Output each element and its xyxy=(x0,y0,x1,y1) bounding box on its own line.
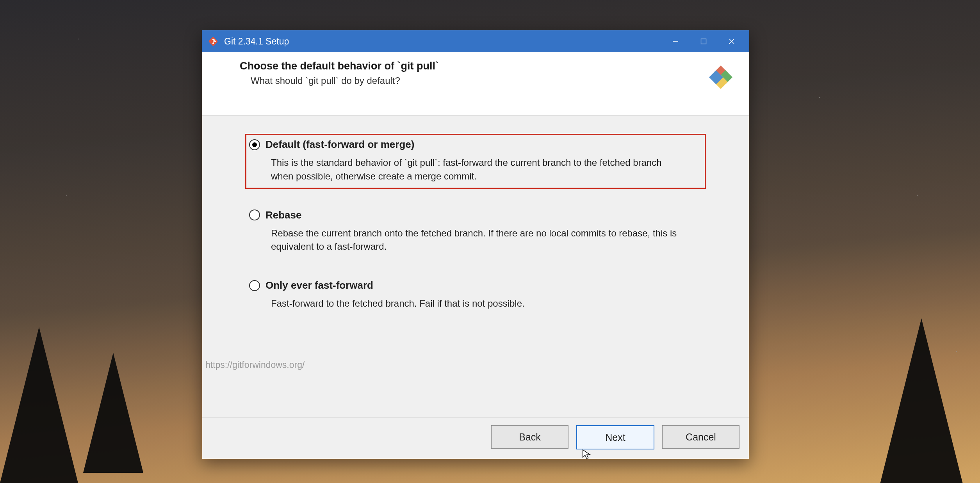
mouse-cursor-icon xyxy=(582,449,593,460)
option-description: Fast-forward to the fetched branch. Fail… xyxy=(271,297,677,311)
maximize-button[interactable] xyxy=(690,30,718,52)
pull-option-0: Default (fast-forward or merge)This is t… xyxy=(245,134,706,189)
button-row: Back Next Cancel xyxy=(202,417,749,459)
radio-option-1[interactable] xyxy=(249,210,260,220)
close-button[interactable] xyxy=(718,30,746,52)
page-title: Choose the default behavior of `git pull… xyxy=(240,60,736,72)
next-button[interactable]: Next xyxy=(576,425,654,449)
desktop-background: Git 2.34.1 Setup Choose the default beha… xyxy=(0,0,980,483)
option-label[interactable]: Rebase xyxy=(265,209,302,221)
wallpaper-tree xyxy=(83,353,143,473)
option-label[interactable]: Default (fast-forward or merge) xyxy=(265,139,414,151)
titlebar[interactable]: Git 2.34.1 Setup xyxy=(202,30,749,52)
svg-rect-5 xyxy=(701,39,706,44)
radio-option-2[interactable] xyxy=(249,280,260,291)
option-label[interactable]: Only ever fast-forward xyxy=(265,279,373,291)
window-title: Git 2.34.1 Setup xyxy=(224,36,289,47)
wallpaper-tree xyxy=(0,327,82,483)
option-description: This is the standard behavior of `git pu… xyxy=(271,156,677,183)
pull-option-2: Only ever fast-forwardFast-forward to th… xyxy=(245,275,706,316)
option-description: Rebase the current branch onto the fetch… xyxy=(271,227,677,254)
pull-option-1: RebaseRebase the current branch onto the… xyxy=(245,204,706,259)
wallpaper-tree xyxy=(874,318,969,483)
cancel-button[interactable]: Cancel xyxy=(662,425,739,449)
git-logo-icon xyxy=(704,61,737,94)
minimize-button[interactable] xyxy=(661,30,690,52)
git-icon xyxy=(208,36,219,47)
back-button[interactable]: Back xyxy=(491,425,568,449)
page-subtitle: What should `git pull` do by default? xyxy=(251,75,736,86)
installer-window: Git 2.34.1 Setup Choose the default beha… xyxy=(202,30,749,459)
footer-link[interactable]: https://gitforwindows.org/ xyxy=(205,360,305,370)
wizard-header: Choose the default behavior of `git pull… xyxy=(202,52,749,116)
wizard-body: Default (fast-forward or merge)This is t… xyxy=(202,116,749,417)
radio-option-0[interactable] xyxy=(249,139,260,150)
